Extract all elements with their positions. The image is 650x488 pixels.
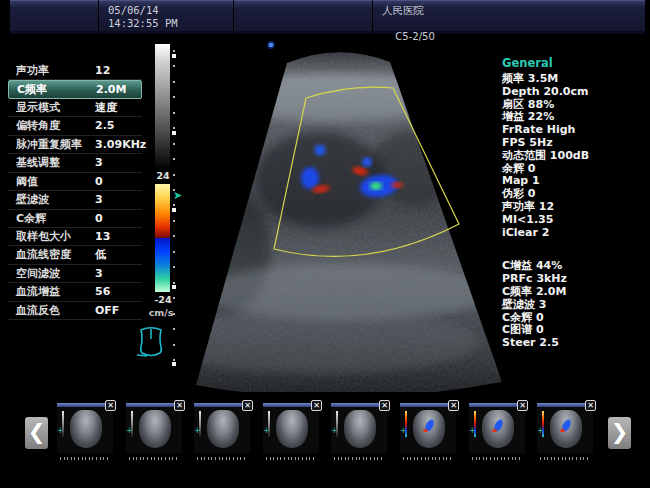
param-row-flow-invert[interactable]: 血流反色OFF bbox=[8, 302, 142, 320]
param-row-flow-gain[interactable]: 血流增益56 bbox=[8, 283, 142, 301]
info-line: 壁滤波 3 bbox=[502, 299, 648, 312]
thumbnail-caption bbox=[334, 457, 384, 460]
info-line: iClear 2 bbox=[502, 227, 648, 240]
thumbnail-2[interactable]: +✕ bbox=[126, 403, 182, 453]
param-row-threshold[interactable]: 阈值0 bbox=[8, 173, 142, 191]
info-line: MI<1.35 bbox=[502, 214, 648, 227]
thumbnail-close-icon[interactable]: ✕ bbox=[311, 400, 322, 411]
thumbnail-caption bbox=[266, 457, 316, 460]
info-line: 频率 3.5M bbox=[502, 73, 648, 86]
thumbnail-6[interactable]: +✕ bbox=[400, 403, 456, 453]
info-panel-title: General bbox=[502, 56, 648, 70]
param-row-c-persistence[interactable]: C余辉0 bbox=[8, 210, 142, 228]
thumbnail-caption bbox=[197, 457, 247, 460]
ultrasound-image bbox=[170, 40, 506, 392]
thumbnail-caption bbox=[60, 457, 110, 460]
hospital-name: 人民医院 bbox=[382, 4, 424, 16]
param-row-packet-size[interactable]: 取样包大小13 bbox=[8, 228, 142, 246]
info-line: C频率 2.0M bbox=[502, 286, 648, 299]
param-row-steer-angle[interactable]: 偏转角度2.5 bbox=[8, 117, 142, 135]
param-row-wall-filter[interactable]: 壁滤波3 bbox=[8, 191, 142, 209]
topbar-logo-panel bbox=[10, 0, 98, 34]
param-row-baseline[interactable]: 基线调整3 bbox=[8, 154, 142, 172]
thumbnail-next-button[interactable]: ❯ bbox=[608, 417, 631, 449]
thumbnail-3[interactable]: +✕ bbox=[194, 403, 250, 453]
pointer-dot bbox=[269, 43, 274, 48]
image-info-panel: General 频率 3.5M Depth 20.0cm 扇区 88% 增益 2… bbox=[502, 56, 648, 350]
param-row-acoustic-power[interactable]: 声功率12 bbox=[8, 62, 142, 80]
thumbnail-caption bbox=[472, 457, 522, 460]
thumbnail-close-icon[interactable]: ✕ bbox=[174, 400, 185, 411]
grayscale-bar bbox=[155, 44, 170, 168]
body-marker-icon[interactable] bbox=[136, 324, 166, 364]
topbar-patient-panel bbox=[234, 0, 372, 34]
info-line: 动态范围 100dB bbox=[502, 150, 648, 163]
parameter-sidebar: 声功率12 C频率2.0M 显示模式速度 偏转角度2.5 脉冲重复频率3.09K… bbox=[8, 62, 142, 320]
param-row-prf[interactable]: 脉冲重复频率3.09KHz bbox=[8, 136, 142, 154]
param-row-c-frequency[interactable]: C频率2.0M bbox=[8, 80, 142, 98]
thumbnail-close-icon[interactable]: ✕ bbox=[379, 400, 390, 411]
thumbnail-prev-button[interactable]: ❮ bbox=[25, 417, 48, 449]
ultrasound-workstation: 05/06/14 14:32:55 PM 人民医院 C5-2/50 声功率12 … bbox=[0, 0, 650, 488]
thumbnail-5[interactable]: +✕ bbox=[331, 403, 387, 453]
thumbnail-1[interactable]: +✕ bbox=[57, 403, 113, 453]
info-line: 声功率 12 bbox=[502, 201, 648, 214]
info-line: Depth 20.0cm bbox=[502, 86, 648, 99]
thumbnail-4[interactable]: +✕ bbox=[263, 403, 319, 453]
color-doppler-bar bbox=[155, 184, 170, 292]
thumbnail-8[interactable]: +✕ bbox=[537, 403, 593, 453]
thumbnail-caption bbox=[403, 457, 453, 460]
datetime-text: 05/06/14 14:32:55 PM bbox=[99, 1, 233, 33]
param-row-spatial-filter[interactable]: 空间滤波3 bbox=[8, 265, 142, 283]
thumbnail-close-icon[interactable]: ✕ bbox=[105, 400, 116, 411]
info-line: Steer 2.5 bbox=[502, 337, 648, 350]
thumbnail-close-icon[interactable]: ✕ bbox=[242, 400, 253, 411]
param-row-line-density[interactable]: 血流线密度低 bbox=[8, 246, 142, 264]
thumbnail-close-icon[interactable]: ✕ bbox=[517, 400, 528, 411]
thumbnail-close-icon[interactable]: ✕ bbox=[585, 400, 596, 411]
info-line: FPS 5Hz bbox=[502, 137, 648, 150]
topbar-hospital-panel: 人民医院 C5-2/50 bbox=[373, 0, 645, 34]
thumbnail-caption bbox=[129, 457, 179, 460]
topbar-datetime-panel: 05/06/14 14:32:55 PM bbox=[99, 0, 233, 34]
thumbnail-close-icon[interactable]: ✕ bbox=[448, 400, 459, 411]
thumbnail-7[interactable]: +✕ bbox=[469, 403, 525, 453]
param-row-display-mode[interactable]: 显示模式速度 bbox=[8, 99, 142, 117]
thumbnail-caption bbox=[540, 457, 590, 460]
